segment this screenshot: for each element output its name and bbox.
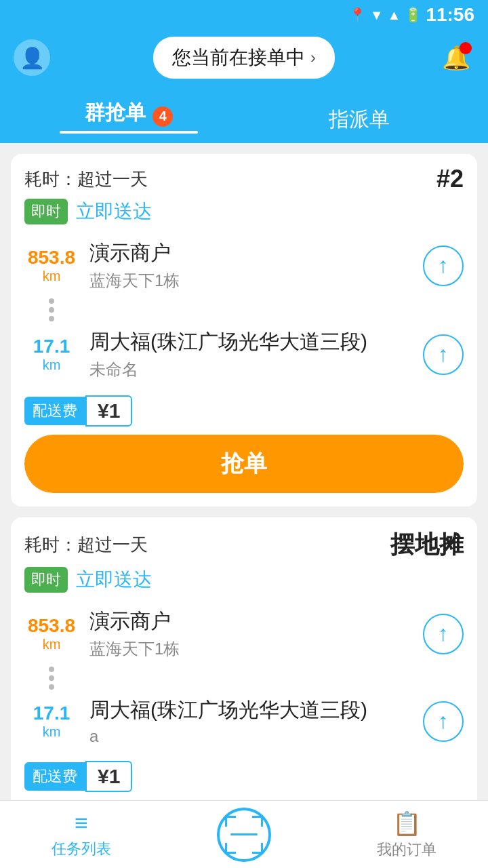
- nav-my-orders[interactable]: 📋 我的订单: [325, 810, 488, 860]
- card-time-2: 耗时：超过一天: [24, 533, 148, 557]
- pickup-nav-btn-1[interactable]: ↑: [423, 245, 464, 286]
- scan-corner-tr: [252, 816, 263, 827]
- instant-text-2: 立即送达: [76, 567, 152, 593]
- delivery-distance-col-1: 17.1 km: [24, 336, 79, 373]
- scan-corner-tl: [225, 816, 236, 827]
- scan-line: [230, 833, 258, 835]
- pickup-item-1: 853.8 km 演示商户 蓝海天下1栋 ↑: [24, 233, 464, 298]
- grab-button-1[interactable]: 抢单: [24, 435, 464, 493]
- delivery-info-2: 周大福(珠江广场光华大道三段) a: [89, 696, 412, 746]
- orders-container: 耗时：超过一天 #2 即时 立即送达 853.8 km 演示商户 蓝海天下1栋 …: [0, 143, 488, 868]
- nav-task-list[interactable]: ≡ 任务列表: [0, 810, 163, 859]
- header-top: 👤 您当前在接单中 › 🔔: [14, 37, 474, 79]
- tab-assigned-label: 指派单: [329, 108, 390, 130]
- card-number-1: #2: [436, 165, 464, 193]
- tab-assigned-orders[interactable]: 指派单: [244, 96, 474, 143]
- pickup-nav-btn-2[interactable]: ↑: [423, 614, 464, 654]
- delivery-addr-1: 未命名: [89, 359, 412, 380]
- fee-amount-1: ¥1: [85, 395, 132, 427]
- tabs: 群抢单 4 指派单: [14, 90, 474, 143]
- pickup-item-2: 853.8 km 演示商户 蓝海天下1栋 ↑: [24, 601, 464, 667]
- nav-scan[interactable]: [163, 808, 325, 862]
- delivery-km-1: 17.1: [24, 336, 79, 357]
- wifi-icon: ▼: [370, 7, 384, 23]
- pickup-info-1: 演示商户 蓝海天下1栋: [89, 239, 412, 292]
- delivery-addr-2: a: [89, 727, 412, 746]
- pickup-name-2: 演示商户: [89, 608, 412, 635]
- pickup-info-2: 演示商户 蓝海天下1栋: [89, 608, 412, 660]
- pickup-addr-2: 蓝海天下1栋: [89, 638, 412, 660]
- nav-up-arrow-icon-2: ↑: [438, 342, 449, 367]
- fee-amount-2: ¥1: [85, 761, 132, 792]
- task-list-label: 任务列表: [52, 839, 111, 859]
- instant-text-1: 立即送达: [76, 199, 152, 224]
- instant-row-1: 即时 立即送达: [11, 199, 477, 233]
- scan-corner-bl: [225, 843, 236, 854]
- delivery-name-1: 周大福(珠江广场光华大道三段): [89, 328, 412, 356]
- user-icon: 👤: [20, 46, 45, 70]
- bell-badge: [460, 42, 472, 54]
- pickup-unit-2: km: [24, 637, 79, 652]
- delivery-item-1: 17.1 km 周大福(珠江广场光华大道三段) 未命名 ↑: [24, 321, 464, 387]
- status-pill-text: 您当前在接单中: [172, 45, 305, 71]
- tab-group-badge: 4: [152, 106, 173, 127]
- delivery-unit-1: km: [24, 357, 79, 373]
- status-icons: 📍 ▼ ▲ 🔋 11:56: [349, 4, 474, 26]
- order-card-1: 耗时：超过一天 #2 即时 立即送达 853.8 km 演示商户 蓝海天下1栋 …: [11, 154, 477, 507]
- tab-active-indicator: [60, 131, 198, 134]
- pickup-km-1: 853.8: [24, 247, 79, 269]
- pickup-unit-1: km: [24, 269, 79, 284]
- nav-up-arrow-icon-4: ↑: [438, 709, 449, 734]
- delivery-km-2: 17.1: [24, 703, 79, 724]
- instant-row-2: 即时 立即送达: [11, 567, 477, 601]
- fee-row-2: 配送费 ¥1: [11, 753, 477, 800]
- scan-circle: [217, 808, 271, 862]
- bottom-nav: ≡ 任务列表 📋 我的订单: [0, 800, 488, 868]
- fee-label-1: 配送费: [24, 397, 85, 425]
- instant-badge-2: 即时: [24, 567, 68, 593]
- delivery-info-1: 周大福(珠江广场光华大道三段) 未命名: [89, 328, 412, 380]
- header: 👤 您当前在接单中 › 🔔 群抢单 4 指派单: [0, 30, 488, 143]
- signal-icon: ▲: [388, 7, 401, 23]
- nav-up-arrow-icon-1: ↑: [438, 253, 449, 278]
- location-icon: 📍: [349, 7, 366, 23]
- tab-group-orders[interactable]: 群抢单 4: [14, 90, 244, 143]
- fee-label-2: 配送费: [24, 762, 85, 791]
- pickup-name-1: 演示商户: [89, 239, 412, 267]
- my-orders-label: 我的订单: [377, 840, 436, 860]
- fee-row-1: 配送费 ¥1: [11, 387, 477, 435]
- delivery-nav-btn-2[interactable]: ↑: [423, 701, 464, 742]
- status-bar: 📍 ▼ ▲ 🔋 11:56: [0, 0, 488, 30]
- avatar-button[interactable]: 👤: [14, 39, 50, 76]
- delivery-distance-col-2: 17.1 km: [24, 703, 79, 740]
- route-section-1: 853.8 km 演示商户 蓝海天下1栋 ↑: [11, 233, 477, 387]
- card-time-1: 耗时：超过一天: [24, 167, 148, 191]
- chevron-right-icon: ›: [310, 48, 316, 67]
- status-pill[interactable]: 您当前在接单中 ›: [153, 37, 335, 79]
- pickup-distance-col-1: 853.8 km: [24, 247, 79, 284]
- task-list-icon: ≡: [75, 810, 88, 836]
- scan-corner-br: [252, 843, 263, 854]
- delivery-unit-2: km: [24, 724, 79, 740]
- tab-group-label: 群抢单: [85, 101, 146, 123]
- route-section-2: 853.8 km 演示商户 蓝海天下1栋 ↑: [11, 601, 477, 753]
- card-header-2: 耗时：超过一天 摆地摊: [11, 517, 477, 567]
- instant-badge-1: 即时: [24, 199, 68, 224]
- my-orders-icon: 📋: [392, 810, 421, 837]
- status-time: 11:56: [426, 4, 474, 26]
- pickup-addr-1: 蓝海天下1栋: [89, 270, 412, 292]
- pickup-km-2: 853.8: [24, 615, 79, 637]
- nav-up-arrow-icon-3: ↑: [438, 621, 449, 646]
- pickup-distance-col-2: 853.8 km: [24, 615, 79, 652]
- delivery-nav-btn-1[interactable]: ↑: [423, 334, 464, 375]
- card-number-2: 摆地摊: [390, 528, 464, 561]
- bell-button[interactable]: 🔔: [438, 39, 474, 76]
- battery-icon: 🔋: [405, 7, 422, 23]
- delivery-name-2: 周大福(珠江广场光华大道三段): [89, 696, 412, 724]
- delivery-item-2: 17.1 km 周大福(珠江广场光华大道三段) a ↑: [24, 690, 464, 753]
- card-header-1: 耗时：超过一天 #2: [11, 154, 477, 199]
